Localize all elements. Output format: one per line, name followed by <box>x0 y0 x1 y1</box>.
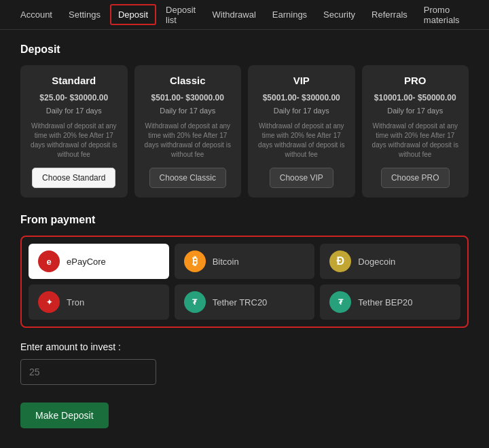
nav-settings[interactable]: Settings <box>62 5 107 24</box>
nav-security[interactable]: Security <box>316 5 362 24</box>
plan-name: VIP <box>293 75 310 86</box>
plan-duration: Daily for 17 days <box>274 107 329 115</box>
choose-vip-button[interactable]: Choose VIP <box>270 168 333 188</box>
plan-name: PRO <box>404 75 427 86</box>
nav-referrals[interactable]: Referrals <box>365 5 414 24</box>
choose-standard-button[interactable]: Choose Standard <box>32 168 115 188</box>
plan-duration: Daily for 17 days <box>387 107 443 115</box>
nav-promo[interactable]: Promo materials <box>417 1 475 29</box>
plan-name: Standard <box>52 75 96 86</box>
plan-desc: Withdrawal of deposit at any time with 2… <box>141 122 235 160</box>
amount-section: Enter amount to invest : <box>20 341 469 385</box>
deposit-section-title: Deposit <box>20 43 469 56</box>
tether-trc-icon: ₮ <box>184 291 206 313</box>
main-content: Deposit Standard $25.00- $30000.00 Daily… <box>0 30 489 442</box>
plan-range: $501.00- $30000.00 <box>151 93 224 102</box>
bitcoin-label: Bitcoin <box>213 257 239 267</box>
deposit-card-pro: PRO $10001.00- $50000.00 Daily for 17 da… <box>362 65 469 198</box>
nav-deposit[interactable]: Deposit <box>110 4 156 25</box>
navigation: Account Settings Deposit Deposit list Wi… <box>0 0 489 30</box>
deposit-card-vip: VIP $5001.00- $30000.00 Daily for 17 day… <box>248 65 355 198</box>
dogecoin-icon: Ð <box>329 250 351 272</box>
plan-desc: Withdrawal of deposit at any time with 2… <box>255 122 348 160</box>
choose-classic-button[interactable]: Choose Classic <box>149 168 226 188</box>
plan-duration: Daily for 17 days <box>46 107 102 115</box>
nav-earnings[interactable]: Earnings <box>266 5 314 24</box>
payment-item-dogecoin[interactable]: Ð Dogecoin <box>320 244 460 279</box>
epaycore-label: ePayCore <box>67 257 106 267</box>
payment-item-epaycore[interactable]: e ePayCore <box>29 244 169 279</box>
tron-icon: ✦ <box>38 291 60 313</box>
payment-item-tether-trc[interactable]: ₮ Tether TRC20 <box>175 284 315 320</box>
deposit-card-classic: Classic $501.00- $30000.00 Daily for 17 … <box>134 65 242 198</box>
plan-range: $5001.00- $30000.00 <box>263 93 340 102</box>
deposit-plans: Standard $25.00- $30000.00 Daily for 17 … <box>20 65 469 198</box>
plan-duration: Daily for 17 days <box>160 107 215 115</box>
amount-label: Enter amount to invest : <box>20 341 469 352</box>
plan-desc: Withdrawal of deposit at any time with 2… <box>369 122 463 160</box>
epaycore-icon: e <box>38 250 60 272</box>
choose-pro-button[interactable]: Choose PRO <box>381 168 450 188</box>
plan-range: $25.00- $30000.00 <box>39 93 108 102</box>
bitcoin-icon: ₿ <box>184 250 206 272</box>
nav-account[interactable]: Account <box>14 5 59 24</box>
dogecoin-label: Dogecoin <box>358 257 395 267</box>
payment-section-title: From payment <box>20 214 469 226</box>
payment-item-tron[interactable]: ✦ Tron <box>29 284 169 320</box>
payment-section: From payment e ePayCore ₿ Bitcoin Ð Doge… <box>20 214 469 328</box>
deposit-card-standard: Standard $25.00- $30000.00 Daily for 17 … <box>20 65 128 198</box>
tether-bep-label: Tether BEP20 <box>358 297 412 307</box>
plan-desc: Withdrawal of deposit at any time with 2… <box>27 122 121 160</box>
tether-bep-icon: ₮ <box>329 291 351 313</box>
plan-name: Classic <box>170 75 206 86</box>
payment-grid: e ePayCore ₿ Bitcoin Ð Dogecoin ✦ Tron ₮… <box>20 236 469 328</box>
nav-withdrawal[interactable]: Withdrawal <box>206 5 263 24</box>
plan-range: $10001.00- $50000.00 <box>374 93 456 102</box>
tron-label: Tron <box>67 297 84 307</box>
payment-item-tether-bep[interactable]: ₮ Tether BEP20 <box>320 284 460 320</box>
tether-trc-label: Tether TRC20 <box>213 297 268 307</box>
amount-input[interactable] <box>20 359 156 385</box>
make-deposit-button[interactable]: Make Deposit <box>20 403 109 428</box>
nav-deposit-list[interactable]: Deposit list <box>159 1 202 29</box>
payment-item-bitcoin[interactable]: ₿ Bitcoin <box>175 244 315 279</box>
